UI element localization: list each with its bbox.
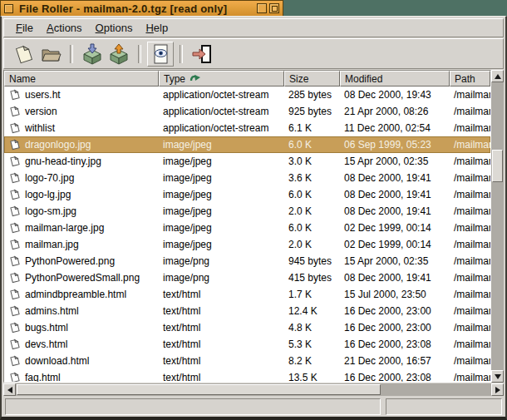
file-name-text: admindbpreamble.html (25, 289, 126, 300)
file-size-cell: 3.0 K (284, 156, 340, 167)
new-archive-button[interactable] (11, 42, 37, 67)
statusbar (3, 398, 504, 415)
view-file-button[interactable] (147, 42, 174, 67)
extract-button[interactable] (106, 42, 132, 67)
file-icon (9, 305, 20, 317)
status-progress (386, 398, 502, 415)
file-row[interactable]: logo-70.jpgimage/jpeg3.6 K08 Dec 2000, 1… (4, 170, 490, 186)
file-icon (9, 122, 20, 134)
titlebar[interactable]: File Roller - mailman-2.0.tgz [read only… (0, 0, 283, 16)
file-row[interactable]: dragonlogo.jpgimage/jpeg6.0 K06 Sep 1999… (4, 136, 490, 153)
file-table: Name Type Size Modified Path users.htapp… (3, 70, 504, 396)
file-name-cell: version (4, 106, 159, 117)
file-size-cell: 925 bytes (284, 106, 340, 117)
open-archive-button[interactable] (37, 42, 64, 67)
scroll-right-button[interactable] (491, 383, 504, 396)
column-header-type[interactable]: Type (159, 71, 284, 86)
file-name-text: version (25, 106, 57, 117)
menu-options[interactable]: Options (89, 19, 140, 37)
horizontal-scrollbar-thumb[interactable] (17, 384, 381, 395)
maximize-button[interactable] (269, 3, 279, 13)
file-type-cell: image/png (159, 272, 284, 284)
file-row[interactable]: PythonPowered.pngimage/png945 bytes15 Ap… (4, 253, 490, 269)
file-name-text: PythonPoweredSmall.png (25, 272, 140, 284)
file-path-cell: /mailman-2.0 (450, 106, 490, 117)
file-icon (9, 255, 20, 267)
file-row[interactable]: logo-lg.jpgimage/jpeg6.0 K08 Dec 2000, 1… (4, 186, 490, 203)
iconify-button[interactable] (257, 3, 267, 13)
file-row[interactable]: users.htapplication/octet-stream285 byte… (4, 86, 490, 103)
file-name-cell: logo-sm.jpg (4, 205, 159, 217)
file-modified-cell: 16 Dec 2000, 23:08 (340, 372, 450, 382)
scroll-up-button[interactable] (491, 70, 504, 82)
file-name-text: admins.html (25, 305, 79, 317)
file-row[interactable]: PythonPoweredSmall.pngimage/png415 bytes… (4, 269, 490, 286)
column-header-size[interactable]: Size (284, 71, 340, 86)
file-name-text: logo-70.jpg (25, 172, 74, 184)
file-size-cell: 3.6 K (284, 172, 340, 184)
file-type-cell: text/html (159, 305, 284, 317)
file-type-cell: application/octet-stream (159, 89, 284, 101)
column-label: Size (289, 73, 308, 85)
file-row[interactable]: admindbpreamble.htmltext/html1.7 K15 Jul… (4, 286, 490, 303)
file-modified-cell: 08 Dec 2000, 19:43 (340, 89, 450, 101)
file-name-cell: admins.html (4, 305, 159, 317)
file-list-frame: Name Type Size Modified Path users.htapp… (3, 70, 491, 383)
file-row[interactable]: faq.htmltext/html13.5 K16 Dec 2000, 23:0… (4, 369, 490, 382)
file-size-cell: 2.0 K (284, 239, 340, 250)
file-path-cell: /mailman-2.0 (450, 222, 490, 234)
menu-help[interactable]: Help (139, 19, 175, 37)
file-row[interactable]: bugs.htmltext/html4.8 K16 Dec 2000, 23:0… (4, 319, 490, 336)
file-name-text: bugs.html (25, 322, 68, 334)
file-row[interactable]: mailman.jpgimage/jpeg2.0 K02 Dec 1999, 0… (4, 236, 490, 253)
window-title: File Roller - mailman-2.0.tgz [read only… (19, 2, 254, 15)
file-modified-cell: 08 Dec 2000, 19:41 (340, 189, 450, 200)
file-row[interactable]: download.htmltext/html8.2 K21 Dec 2000, … (4, 353, 490, 369)
file-path-cell: /mailman-2.0 (450, 156, 490, 167)
file-row[interactable]: devs.htmltext/html5.3 K16 Dec 2000, 23:0… (4, 336, 490, 353)
file-row[interactable]: mailman-large.jpgimage/jpeg6.0 K02 Dec 1… (4, 220, 490, 236)
file-modified-cell: 08 Dec 2000, 19:41 (340, 205, 450, 217)
file-name-cell: dragonlogo.jpg (4, 139, 159, 151)
file-size-cell: 6.0 K (284, 189, 340, 200)
file-row[interactable]: logo-sm.jpgimage/jpeg2.0 K08 Dec 2000, 1… (4, 203, 490, 220)
file-type-cell: text/html (159, 322, 284, 334)
vertical-scrollbar-thumb[interactable] (492, 150, 503, 182)
column-header-name[interactable]: Name (4, 71, 159, 86)
scroll-left-button[interactable] (3, 383, 16, 396)
column-label: Modified (345, 73, 382, 85)
file-name-text: devs.html (25, 338, 67, 350)
file-name-cell: faq.html (4, 372, 159, 382)
column-header-path[interactable]: Path (450, 71, 490, 86)
file-path-cell: /mailman-2.0 (450, 272, 490, 284)
file-icon (9, 172, 20, 184)
file-row[interactable]: admins.htmltext/html12.4 K16 Dec 2000, 2… (4, 303, 490, 319)
horizontal-scrollbar[interactable] (3, 383, 504, 396)
file-name-text: PythonPowered.png (25, 255, 115, 267)
file-name-cell: mailman.jpg (4, 239, 159, 250)
file-path-cell: /mailman-2.0 (450, 89, 490, 101)
menu-file[interactable]: File (9, 19, 40, 37)
toolbar (3, 38, 504, 69)
file-row[interactable]: withlistapplication/octet-stream6.1 K11 … (4, 120, 490, 136)
file-type-cell: image/jpeg (159, 139, 284, 151)
file-list: users.htapplication/octet-stream285 byte… (4, 86, 490, 382)
vertical-scrollbar[interactable] (491, 70, 504, 383)
add-files-button[interactable] (79, 42, 106, 67)
file-row[interactable]: gnu-head-tiny.jpgimage/jpeg3.0 K15 Apr 2… (4, 153, 490, 170)
window-menu-button[interactable] (4, 4, 13, 13)
file-type-cell: image/jpeg (159, 205, 284, 217)
column-header-modified[interactable]: Modified (340, 71, 450, 86)
file-row[interactable]: versionapplication/octet-stream925 bytes… (4, 103, 490, 120)
file-path-cell: /mailman-2.0 (450, 305, 490, 317)
file-type-cell: text/html (159, 372, 284, 382)
file-type-cell: application/octet-stream (159, 106, 284, 117)
scroll-down-button[interactable] (491, 370, 504, 383)
file-name-text: faq.html (25, 372, 61, 382)
exit-button[interactable] (189, 42, 215, 67)
menu-actions[interactable]: Actions (40, 19, 89, 37)
file-icon (9, 338, 20, 350)
file-modified-cell: 16 Dec 2000, 23:00 (340, 322, 450, 334)
file-path-cell: /mailman-2.0 (450, 355, 490, 367)
file-type-cell: image/jpeg (159, 189, 284, 200)
